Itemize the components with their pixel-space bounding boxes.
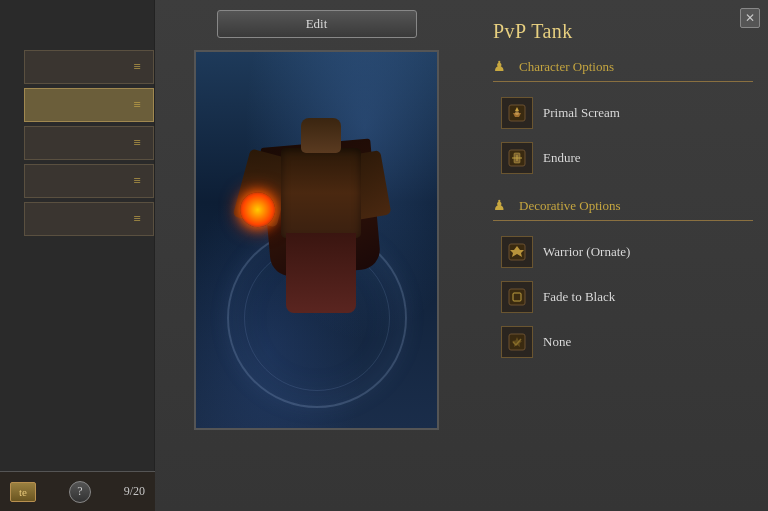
fade-to-black-icon bbox=[501, 281, 533, 313]
option-warrior-ornate[interactable]: Warrior (Ornate) bbox=[493, 231, 753, 273]
svg-rect-7 bbox=[509, 289, 525, 305]
sidebar-icon-2: ≡ bbox=[129, 97, 145, 113]
page-button[interactable]: te bbox=[10, 482, 36, 502]
decorative-options-icon: ♟ bbox=[493, 197, 511, 215]
page-count: 9/20 bbox=[124, 484, 145, 499]
option-none[interactable]: None bbox=[493, 321, 753, 363]
close-button[interactable]: ✕ bbox=[740, 8, 760, 28]
page-button-label: te bbox=[19, 486, 27, 498]
warrior-torso bbox=[281, 148, 361, 238]
primal-scream-label: Primal Scream bbox=[543, 105, 620, 121]
help-button[interactable]: ? bbox=[69, 481, 91, 503]
warrior-ornate-icon bbox=[501, 236, 533, 268]
warrior-ornate-label: Warrior (Ornate) bbox=[543, 244, 630, 260]
endure-icon bbox=[501, 142, 533, 174]
endure-label: Endure bbox=[543, 150, 581, 166]
warrior-character bbox=[221, 118, 411, 378]
decorative-options-title: Decorative Options bbox=[519, 198, 620, 214]
character-options-header: ♟ Character Options bbox=[493, 58, 753, 82]
help-icon: ? bbox=[77, 484, 82, 499]
sidebar-item-4[interactable]: ≡ bbox=[24, 164, 154, 198]
option-fade-to-black[interactable]: Fade to Black bbox=[493, 276, 753, 318]
sidebar-item-5[interactable]: ≡ bbox=[24, 202, 154, 236]
sidebar-icon-5: ≡ bbox=[129, 211, 145, 227]
warrior-legs bbox=[286, 233, 356, 313]
option-endure[interactable]: Endure bbox=[493, 137, 753, 179]
character-options-icon: ♟ bbox=[493, 58, 511, 76]
arm-fire-effect bbox=[236, 188, 279, 231]
center-content: Edit bbox=[155, 0, 478, 511]
main-container: ✕ ≡ ≡ ≡ ≡ ≡ te ? 9/20 E bbox=[0, 0, 768, 511]
sidebar-icon-1: ≡ bbox=[129, 59, 145, 75]
edit-button-label: Edit bbox=[306, 16, 328, 32]
sidebar-icon-4: ≡ bbox=[129, 173, 145, 189]
sidebar: ≡ ≡ ≡ ≡ ≡ te ? 9/20 bbox=[0, 0, 155, 511]
primal-scream-icon bbox=[501, 97, 533, 129]
svg-point-1 bbox=[515, 111, 519, 115]
character-options-title: Character Options bbox=[519, 59, 614, 75]
character-frame bbox=[194, 50, 439, 430]
none-label: None bbox=[543, 334, 571, 350]
sidebar-item-1[interactable]: ≡ bbox=[24, 50, 154, 84]
bottom-bar: te ? 9/20 bbox=[0, 471, 155, 511]
sidebar-item-3[interactable]: ≡ bbox=[24, 126, 154, 160]
decorative-options-header: ♟ Decorative Options bbox=[493, 197, 753, 221]
none-icon bbox=[501, 326, 533, 358]
warrior-head bbox=[301, 118, 341, 153]
panel-title: PvP Tank bbox=[493, 20, 753, 43]
right-panel: PvP Tank ♟ Character Options Primal Scre… bbox=[478, 0, 768, 511]
fade-to-black-label: Fade to Black bbox=[543, 289, 615, 305]
sidebar-item-2[interactable]: ≡ bbox=[24, 88, 154, 122]
edit-button[interactable]: Edit bbox=[217, 10, 417, 38]
close-icon: ✕ bbox=[745, 11, 755, 26]
sidebar-icon-3: ≡ bbox=[129, 135, 145, 151]
option-primal-scream[interactable]: Primal Scream bbox=[493, 92, 753, 134]
